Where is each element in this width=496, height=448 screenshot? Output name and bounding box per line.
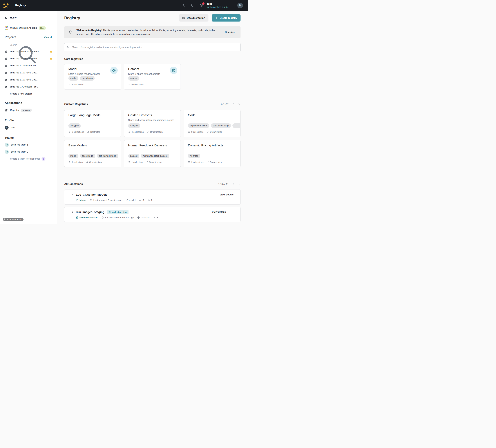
tag-list: dataset human-feedback-dataset bbox=[128, 154, 177, 158]
registry-card[interactable]: Code deployment-script evaluation-script… bbox=[184, 110, 241, 137]
sidebar-item-weave[interactable]: Weave: Develop AI apps New bbox=[5, 24, 52, 32]
projects-search bbox=[5, 42, 52, 48]
top-navbar: Registry Nico smle-registries-bug-b... N bbox=[0, 0, 248, 11]
list-icon bbox=[188, 161, 190, 163]
custom-registries-grid: Large Language Model All types 0 collect… bbox=[64, 110, 241, 167]
all-collections-heading: All Collections bbox=[64, 182, 83, 186]
view-details-button[interactable]: View details bbox=[212, 211, 226, 213]
collections-pagination: 1-15 of 21 bbox=[218, 183, 241, 186]
preview-badge: Preview bbox=[21, 109, 32, 112]
weave-icon bbox=[5, 26, 8, 30]
search-icon bbox=[5, 44, 7, 46]
search-icon bbox=[67, 46, 70, 49]
view-details-button[interactable]: View details bbox=[220, 193, 234, 196]
collection-title[interactable]: raw_images_staging bbox=[76, 210, 104, 214]
registry-card[interactable]: Dynamic Pricing Artifacts All types 2 co… bbox=[184, 140, 241, 167]
pagination-prev-icon[interactable] bbox=[232, 103, 235, 106]
sidebar-project[interactable]: smle-reg-t... /Check_Zoo... bbox=[5, 76, 52, 83]
lock-icon bbox=[5, 78, 8, 81]
list-icon bbox=[68, 131, 71, 133]
tag-pill: pre-trained-model bbox=[97, 154, 118, 158]
sidebar-item-team[interactable]: smle-reg-team-1 bbox=[5, 141, 52, 148]
documentation-button[interactable]: Documentation bbox=[179, 14, 208, 21]
sidebar-item-profile[interactable]: N nico bbox=[5, 124, 52, 131]
user-menu[interactable]: Nico smle-registries-bug-b... bbox=[207, 2, 229, 8]
collections-count: 6 collections bbox=[128, 83, 144, 86]
visibility: Organization bbox=[206, 161, 222, 163]
pagination-prev-icon[interactable] bbox=[232, 183, 235, 186]
sidebar-item-registry-app[interactable]: Registry Preview bbox=[5, 107, 52, 114]
list-icon bbox=[128, 161, 130, 163]
registry-card[interactable]: Large Language Model All types 0 collect… bbox=[64, 110, 121, 137]
more-menu-icon[interactable] bbox=[231, 210, 234, 214]
sidebar-project[interactable]: smle-reg-t... /Check_Zoo... bbox=[5, 69, 52, 76]
registry-card[interactable]: Human Feedback Datasets dataset human-fe… bbox=[124, 140, 181, 167]
registry-grid-icon bbox=[5, 109, 8, 112]
last-updated: Last updated 3 months ago bbox=[90, 199, 122, 202]
list-icon bbox=[128, 83, 130, 86]
artifact-type: datasets bbox=[137, 216, 150, 219]
registry-link[interactable]: Golden Datasets bbox=[76, 216, 98, 219]
pagination-next-icon[interactable] bbox=[238, 103, 241, 106]
notifications-bell-icon[interactable] bbox=[190, 3, 194, 7]
lock-icon bbox=[87, 131, 89, 133]
collection-title[interactable]: Zoo_Classifier_Models bbox=[76, 193, 108, 196]
notification-dot bbox=[202, 2, 204, 5]
package-icon bbox=[125, 199, 128, 201]
core-card-dataset[interactable]: Dataset Store & share dataset objects da… bbox=[124, 64, 181, 90]
collection-row: Zoo_Classifier_Models View details Model… bbox=[64, 189, 241, 205]
dismiss-button[interactable]: Dismiss bbox=[225, 31, 234, 33]
plus-icon bbox=[215, 16, 218, 19]
tag-list: model base-model pre-trained-model bbox=[68, 154, 121, 158]
lock-icon bbox=[5, 85, 8, 88]
tag-list: All types bbox=[188, 154, 236, 158]
page-title: Registry bbox=[64, 16, 80, 20]
tag-pill: model-new bbox=[80, 76, 95, 81]
team-icon bbox=[5, 150, 9, 154]
lightbulb-icon bbox=[68, 30, 72, 34]
lock-open-icon bbox=[146, 161, 148, 163]
create-team-button[interactable]: Create a team to collaborate bbox=[5, 155, 52, 162]
made-with-gifox-badge[interactable]: MADE WITH GIFOX bbox=[3, 218, 24, 221]
projects-search-input[interactable] bbox=[10, 44, 45, 46]
registry-card[interactable]: Golden Datasets Store and share referenc… bbox=[124, 110, 181, 137]
view-all-link[interactable]: View all bbox=[44, 36, 52, 38]
search-icon[interactable] bbox=[181, 3, 185, 7]
help-icon[interactable] bbox=[200, 3, 203, 7]
collections-list: Zoo_Classifier_Models View details Model… bbox=[64, 189, 241, 222]
member-count: 1 bbox=[147, 199, 152, 202]
collection-tag-pill[interactable]: collection_tag bbox=[107, 210, 128, 214]
teams-heading: Teams bbox=[5, 136, 52, 139]
plus-icon bbox=[5, 157, 8, 160]
visibility: Organization bbox=[206, 131, 222, 133]
pagination-next-icon[interactable] bbox=[238, 183, 241, 186]
registry-card[interactable]: Base Models model base-model pre-trained… bbox=[64, 140, 121, 167]
star-icon[interactable] bbox=[49, 50, 52, 53]
create-registry-button[interactable]: Create registry bbox=[212, 14, 241, 21]
tag-pill: base-model bbox=[80, 154, 95, 158]
welcome-text: Welcome to Registry! This is your one-st… bbox=[77, 28, 225, 36]
sidebar-item-team[interactable]: smle-reg-team-2 bbox=[5, 148, 52, 155]
tag-pill: All types bbox=[128, 123, 140, 128]
star-icon[interactable] bbox=[49, 57, 52, 60]
user-name: Nico bbox=[207, 2, 229, 5]
sidebar-project[interactable]: smle-reg-.../Compare_Zo... bbox=[5, 83, 52, 90]
applications-heading: Applications bbox=[5, 101, 52, 105]
tag-pill: All types bbox=[188, 154, 200, 158]
sidebar-item-home[interactable]: Home bbox=[5, 14, 52, 21]
tag-pill: evaluation-script bbox=[211, 123, 231, 128]
lock-open-icon bbox=[86, 161, 88, 163]
registry-search-input[interactable] bbox=[72, 46, 240, 49]
create-project-button[interactable]: Create a new project bbox=[5, 90, 52, 97]
version-count: 3 bbox=[153, 216, 158, 219]
collections-count: 0 collections bbox=[188, 131, 203, 133]
core-card-model[interactable]: Model Store & share model artifacts mode… bbox=[64, 64, 121, 90]
expand-chevron-icon[interactable] bbox=[71, 194, 74, 196]
tag-pill: model bbox=[68, 154, 78, 158]
pagination-range: 1-15 of 21 bbox=[218, 183, 229, 185]
registry-link[interactable]: Model bbox=[76, 199, 86, 202]
wandb-logo-icon[interactable] bbox=[3, 2, 9, 9]
list-icon bbox=[128, 131, 130, 133]
expand-chevron-icon[interactable] bbox=[71, 211, 74, 213]
avatar[interactable]: N bbox=[237, 3, 243, 8]
